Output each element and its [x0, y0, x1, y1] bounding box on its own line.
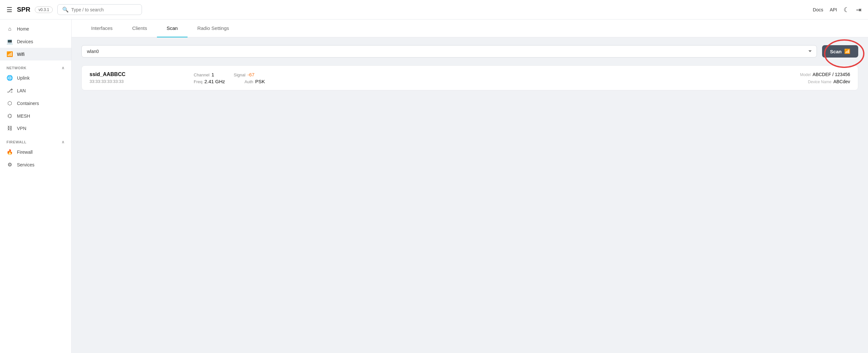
- home-icon: ⌂: [6, 26, 13, 32]
- sidebar-item-services[interactable]: ⚙ Services: [0, 158, 71, 171]
- firewall-icon: 🔥: [6, 149, 13, 155]
- docs-link[interactable]: Docs: [813, 7, 824, 12]
- tab-radio-settings[interactable]: Radio Settings: [188, 20, 239, 37]
- sidebar-item-lan[interactable]: ⎇ LAN: [0, 84, 71, 97]
- sidebar-item-uplink-label: Uplink: [17, 75, 30, 81]
- network-card: ssid_AABBCC Channel 1 Signal -67 Mode: [82, 65, 858, 91]
- page-content: wlan0 wlan1 Scan 📶 ssid_AABBC: [72, 37, 868, 353]
- sidebar-item-devices-label: Devices: [17, 39, 33, 44]
- version-badge: v0.3.1: [35, 6, 53, 13]
- topbar: ☰ SPR v0.3.1 🔍 Docs API ☾ ⇥: [0, 0, 868, 20]
- devices-icon: 💻: [6, 38, 13, 44]
- network-ssid: ssid_AABBCC: [90, 72, 194, 77]
- net-sub-meta: Freq 2.41 GHz Auth PSK Device Name ABCde…: [194, 79, 850, 84]
- tab-scan[interactable]: Scan: [157, 20, 188, 37]
- model-value: ABCDEF / 123456: [813, 72, 850, 77]
- topbar-left: ☰ SPR v0.3.1 🔍: [6, 4, 142, 15]
- main-layout: ⌂ Home 💻 Devices 📶 Wifi NETWORK ∧ 🌐 Upli…: [0, 20, 868, 353]
- tab-clients[interactable]: Clients: [122, 20, 157, 37]
- search-box[interactable]: 🔍: [57, 4, 142, 15]
- device-name-group: Device Name ABCdev: [808, 79, 850, 84]
- tabs: Interfaces Clients Scan Radio Settings: [72, 20, 868, 37]
- firewall-section-label: FIREWALL: [6, 140, 27, 144]
- network-row-sub: 33:33:33:33:33:33 Freq 2.41 GHz Auth PSK: [90, 79, 850, 84]
- channel-label: Channel: [194, 72, 209, 77]
- scan-button[interactable]: Scan 📶: [822, 45, 858, 58]
- sidebar-item-mesh[interactable]: ⌬ MESH: [0, 110, 71, 122]
- net-meta: Channel 1 Signal -67 Model ABCDEF / 1234…: [194, 72, 850, 77]
- uplink-icon: 🌐: [6, 75, 13, 81]
- freq-group: Freq 2.41 GHz: [194, 79, 225, 84]
- model-group: Model ABCDEF / 123456: [800, 72, 850, 77]
- search-icon: 🔍: [62, 6, 69, 13]
- model-label: Model: [800, 72, 811, 77]
- scan-btn-wrapper: Scan 📶: [822, 45, 858, 58]
- sidebar-item-containers-label: Containers: [17, 101, 39, 106]
- sidebar-item-containers[interactable]: ⬡ Containers: [0, 97, 71, 110]
- network-mac: 33:33:33:33:33:33: [90, 79, 194, 84]
- content: Interfaces Clients Scan Radio Settings w…: [72, 20, 868, 353]
- services-icon: ⚙: [6, 162, 13, 168]
- topbar-right: Docs API ☾ ⇥: [813, 6, 862, 14]
- model-pair: Model ABCDEF / 123456: [800, 72, 850, 77]
- api-link[interactable]: API: [830, 7, 837, 12]
- theme-toggle-icon[interactable]: ☾: [844, 6, 849, 14]
- freq-label: Freq: [194, 79, 203, 84]
- auth-group: Auth PSK: [245, 79, 265, 84]
- sidebar-section-firewall: FIREWALL ∧: [0, 137, 71, 146]
- interface-select[interactable]: wlan0 wlan1: [82, 45, 817, 58]
- wifi-scan-icon: 📶: [844, 48, 850, 54]
- sidebar-item-firewall-label: Firewall: [17, 149, 33, 155]
- wifi-icon: 📶: [6, 51, 13, 57]
- device-name-value: ABCdev: [834, 79, 850, 84]
- scan-btn-label: Scan: [830, 49, 842, 54]
- sidebar-section-network: NETWORK ∧: [0, 62, 71, 72]
- sidebar-item-uplink[interactable]: 🌐 Uplink: [0, 72, 71, 84]
- channel-value: 1: [211, 72, 214, 77]
- signal-label: Signal: [234, 72, 246, 77]
- sidebar-item-mesh-label: MESH: [17, 113, 30, 119]
- device-name-label: Device Name: [808, 80, 832, 84]
- search-input[interactable]: [71, 7, 137, 12]
- network-chevron-icon[interactable]: ∧: [62, 66, 65, 70]
- menu-icon[interactable]: ☰: [6, 6, 12, 14]
- lan-icon: ⎇: [6, 87, 13, 94]
- auth-label: Auth: [245, 79, 253, 84]
- network-section-label: NETWORK: [6, 66, 26, 70]
- channel-group: Channel 1: [194, 72, 214, 77]
- signal-group: Signal -67: [234, 72, 255, 77]
- containers-icon: ⬡: [6, 100, 13, 106]
- auth-value: PSK: [255, 79, 265, 84]
- sidebar-item-lan-label: LAN: [17, 88, 26, 93]
- sidebar-item-wifi[interactable]: 📶 Wifi: [0, 48, 71, 61]
- sidebar-item-services-label: Services: [17, 162, 34, 167]
- sidebar-item-firewall[interactable]: 🔥 Firewall: [0, 146, 71, 158]
- mesh-icon: ⌬: [6, 113, 13, 119]
- firewall-chevron-icon[interactable]: ∧: [62, 140, 65, 144]
- device-name-pair: Device Name ABCdev: [808, 79, 850, 84]
- sidebar-item-home[interactable]: ⌂ Home: [0, 23, 71, 35]
- freq-value: 2.41 GHz: [205, 79, 225, 84]
- sidebar-item-home-label: Home: [17, 26, 29, 32]
- logo: SPR: [17, 6, 30, 13]
- vpn-icon: ⛓: [6, 126, 13, 131]
- sidebar-item-devices[interactable]: 💻 Devices: [0, 35, 71, 48]
- sidebar-item-vpn-label: VPN: [17, 126, 26, 131]
- sidebar: ⌂ Home 💻 Devices 📶 Wifi NETWORK ∧ 🌐 Upli…: [0, 20, 72, 353]
- logout-icon[interactable]: ⇥: [856, 6, 862, 14]
- tab-interfaces[interactable]: Interfaces: [82, 20, 122, 37]
- toolbar-row: wlan0 wlan1 Scan 📶: [82, 45, 858, 58]
- sidebar-item-wifi-label: Wifi: [17, 52, 24, 57]
- signal-value: -67: [247, 72, 255, 77]
- sidebar-item-vpn[interactable]: ⛓ VPN: [0, 122, 71, 135]
- network-row-main: ssid_AABBCC Channel 1 Signal -67 Mode: [90, 72, 850, 77]
